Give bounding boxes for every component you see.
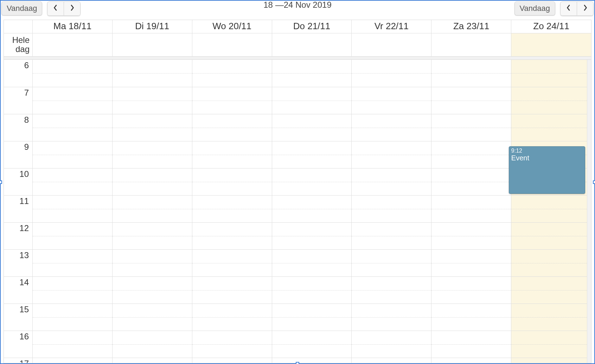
time-cell[interactable] — [511, 358, 591, 363]
time-cell[interactable] — [431, 114, 511, 141]
time-cell[interactable] — [272, 331, 352, 358]
time-cell[interactable] — [192, 141, 272, 168]
time-cell[interactable] — [33, 331, 113, 358]
time-cell[interactable] — [431, 222, 511, 249]
time-cell[interactable] — [352, 331, 431, 358]
time-cell[interactable] — [192, 331, 272, 358]
time-cell[interactable] — [352, 87, 431, 114]
time-cell[interactable] — [113, 60, 192, 87]
time-cell[interactable] — [352, 195, 431, 222]
time-cell[interactable] — [352, 60, 431, 87]
time-cell[interactable] — [272, 168, 352, 195]
time-cell[interactable] — [272, 358, 352, 363]
day-header[interactable]: Ma 18/11 — [33, 20, 113, 33]
allday-cell[interactable] — [192, 33, 272, 56]
calendar-event[interactable]: 9:12Event — [509, 146, 585, 194]
time-cell[interactable] — [33, 222, 113, 249]
allday-cell[interactable] — [33, 33, 113, 56]
prev-week-button-left[interactable] — [47, 1, 64, 16]
day-header[interactable]: Za 23/11 — [431, 20, 511, 33]
time-cell[interactable] — [113, 331, 192, 358]
time-cell[interactable] — [272, 114, 352, 141]
time-cell[interactable] — [113, 249, 192, 276]
time-cell[interactable] — [431, 141, 511, 168]
today-button-left[interactable]: Vandaag — [1, 1, 42, 15]
time-cell[interactable] — [113, 195, 192, 222]
time-cell[interactable] — [192, 87, 272, 114]
time-cell[interactable] — [272, 195, 352, 222]
time-cell[interactable] — [33, 114, 113, 141]
time-cell[interactable] — [511, 222, 591, 249]
time-cell[interactable] — [272, 60, 352, 87]
time-cell[interactable] — [431, 195, 511, 222]
time-cell[interactable] — [33, 141, 113, 168]
time-cell[interactable] — [431, 87, 511, 114]
time-cell[interactable] — [511, 304, 591, 331]
time-cell[interactable] — [352, 304, 431, 331]
allday-cell[interactable] — [511, 33, 591, 56]
allday-cell[interactable] — [113, 33, 192, 56]
time-cell[interactable] — [272, 276, 352, 304]
next-week-button-left[interactable] — [64, 1, 81, 16]
time-cell[interactable] — [272, 87, 352, 114]
time-cell[interactable] — [511, 249, 591, 276]
time-cell[interactable] — [33, 87, 113, 114]
time-cell[interactable] — [113, 358, 192, 363]
time-cell[interactable] — [192, 249, 272, 276]
day-header[interactable]: Vr 22/11 — [352, 20, 431, 33]
time-cell[interactable] — [272, 141, 352, 168]
time-cell[interactable] — [272, 222, 352, 249]
time-cell[interactable] — [33, 276, 113, 304]
time-cell[interactable] — [192, 114, 272, 141]
time-cell[interactable] — [272, 249, 352, 276]
time-cell[interactable] — [192, 222, 272, 249]
time-cell[interactable] — [352, 114, 431, 141]
allday-cell[interactable] — [352, 33, 431, 56]
time-cell[interactable] — [192, 195, 272, 222]
allday-cell[interactable] — [431, 33, 511, 56]
time-cell[interactable] — [511, 276, 591, 304]
time-cell[interactable] — [192, 276, 272, 304]
time-cell[interactable] — [511, 60, 591, 87]
time-cell[interactable] — [431, 249, 511, 276]
time-cell[interactable] — [352, 141, 431, 168]
time-cell[interactable] — [352, 358, 431, 363]
prev-week-button-right[interactable] — [560, 1, 577, 16]
time-cell[interactable] — [113, 276, 192, 304]
time-cell[interactable] — [431, 304, 511, 331]
time-cell[interactable] — [113, 168, 192, 195]
time-cell[interactable] — [431, 276, 511, 304]
time-cell[interactable] — [192, 168, 272, 195]
time-cell[interactable] — [113, 304, 192, 331]
time-cell[interactable] — [192, 60, 272, 87]
time-cell[interactable] — [511, 87, 591, 114]
time-cell[interactable] — [431, 358, 511, 363]
time-cell[interactable] — [431, 168, 511, 195]
allday-cell[interactable] — [272, 33, 352, 56]
scrollbar-vertical[interactable] — [587, 60, 591, 363]
time-cell[interactable] — [192, 358, 272, 363]
time-cell[interactable] — [33, 195, 113, 222]
time-cell[interactable] — [113, 222, 192, 249]
time-cell[interactable] — [33, 358, 113, 363]
day-header[interactable]: Zo 24/11 — [511, 20, 591, 33]
time-cell[interactable] — [272, 304, 352, 331]
time-cell[interactable] — [113, 114, 192, 141]
time-cell[interactable] — [352, 222, 431, 249]
time-cell[interactable] — [33, 304, 113, 331]
time-cell[interactable] — [192, 304, 272, 331]
day-header[interactable]: Do 21/11 — [272, 20, 352, 33]
time-cell[interactable] — [33, 168, 113, 195]
time-cell[interactable] — [511, 195, 591, 222]
time-cell[interactable] — [431, 60, 511, 87]
time-cell[interactable] — [113, 141, 192, 168]
time-cell[interactable] — [511, 331, 591, 358]
time-cell[interactable] — [33, 60, 113, 87]
day-header[interactable]: Wo 20/11 — [192, 20, 272, 33]
time-cell[interactable] — [431, 331, 511, 358]
time-cell[interactable] — [352, 249, 431, 276]
time-cell[interactable] — [511, 114, 591, 141]
time-cell[interactable] — [33, 249, 113, 276]
time-cell[interactable] — [352, 168, 431, 195]
time-cell[interactable] — [113, 87, 192, 114]
